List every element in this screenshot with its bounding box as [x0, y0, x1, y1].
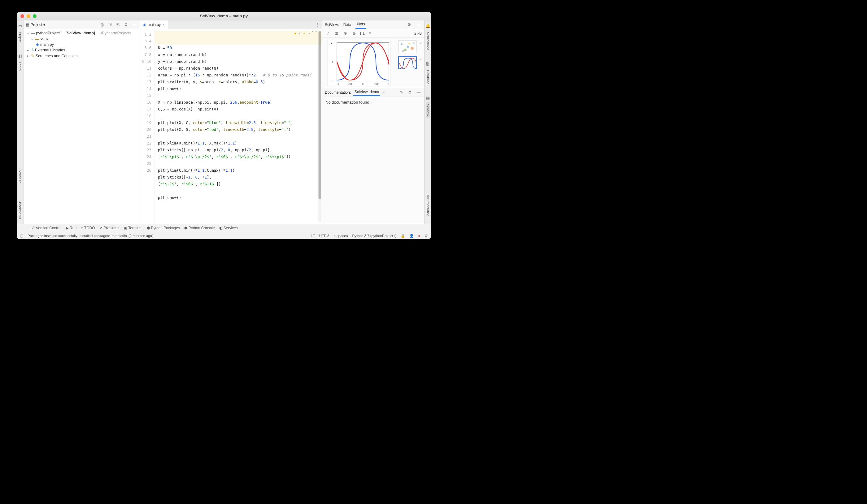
close-icon[interactable]: ×	[162, 23, 165, 27]
strip-documentation[interactable]: Documentation	[426, 192, 430, 218]
tree-ext-libs[interactable]: ▸ ╙ External Libraries	[25, 47, 138, 53]
zoom-in-icon[interactable]: ⊕	[342, 30, 348, 36]
svg-text:0: 0	[362, 83, 364, 85]
chevron-down-icon[interactable]: ˅	[315, 31, 317, 35]
edit-icon[interactable]: ✎	[398, 89, 404, 96]
inspector-icon[interactable]: 👤	[409, 233, 414, 238]
project-pane-title[interactable]: ▦ Project ▾	[26, 23, 45, 27]
chevron-right-icon: ▸	[30, 37, 34, 41]
code-content[interactable]: import numpy as np import matplotlib.pyp…	[155, 29, 322, 224]
tw-problems[interactable]: ⊘ Problems	[99, 226, 119, 230]
hide-icon[interactable]: —	[416, 89, 422, 96]
weak-warning-icon: ▲	[302, 31, 306, 35]
documentation-title: Documentation:	[325, 90, 351, 95]
svg-text:-π: -π	[337, 83, 339, 85]
svg-point-10	[401, 43, 403, 45]
right-tool-strip: 🔔 Notifications 🗄 Database ▦ SciView Doc…	[424, 20, 431, 224]
lock-icon[interactable]: 🔒	[401, 233, 405, 238]
svg-point-14	[414, 42, 415, 44]
tree-scratches[interactable]: ▸ ✎ Scratches and Consoles	[25, 53, 138, 59]
close-icon[interactable]: ×	[383, 90, 385, 95]
collapse-icon[interactable]: ⇱	[115, 22, 121, 28]
plot-thumb-lines[interactable]	[398, 56, 417, 69]
close-icon[interactable]: ×	[419, 57, 422, 62]
tw-todo[interactable]: ≡ TODO	[81, 226, 95, 230]
chevron-up-icon[interactable]: ˄	[311, 31, 313, 35]
sciview-header: SciView: Data Plots ⚙ —	[322, 20, 424, 29]
gear-icon[interactable]: ⚙	[425, 233, 428, 238]
hide-icon[interactable]: —	[131, 22, 137, 28]
sciview-pane: SciView: Data Plots ⚙ — ⤢ ▦ ⊕ ⊖ 1:1 ✎ 2 …	[322, 20, 424, 224]
status-bar: ▢ Packages installed successfully: Insta…	[17, 232, 431, 239]
tab-overflow-icon[interactable]: ⋮	[313, 20, 322, 29]
python-file-icon: ◆	[143, 23, 146, 27]
plot-thumb-scatter[interactable]	[398, 40, 417, 53]
left-tool-strip: ▭ Project ◧ Learn Structure Bookmarks	[17, 20, 23, 224]
hide-icon[interactable]: —	[416, 22, 422, 28]
tw-python-packages[interactable]: ⬢ Python Packages	[147, 226, 180, 230]
strip-learn[interactable]: Learn	[18, 60, 22, 73]
svg-point-16	[407, 46, 409, 48]
scrollbar[interactable]	[318, 31, 321, 222]
zoom-ratio: 1:1	[360, 31, 365, 35]
tree-file-main[interactable]: ◆ main.py	[25, 42, 138, 47]
gutter: 1 2 3 4 5 6 7 8 9 10 11 12 13 14 15 16 1…	[140, 29, 155, 224]
project-tree: ▾ ▬ pythonProject1 [SciView_demo] ~/Pych…	[23, 29, 140, 60]
plot-thumbnails: × ×	[396, 38, 424, 72]
svg-text:-1: -1	[331, 79, 334, 82]
bell-icon: 🔔	[426, 23, 430, 28]
plot-main[interactable]: +1 0 -1 -π -π/2 0 +π/2 +π	[327, 40, 391, 86]
chevron-down-icon: ▾	[26, 32, 30, 35]
strip-notifications[interactable]: Notifications	[426, 30, 430, 52]
code-editor[interactable]: 1 2 3 4 5 6 7 8 9 10 11 12 13 14 15 16 1…	[140, 29, 322, 224]
strip-sciview[interactable]: SciView	[426, 102, 430, 118]
fit-icon[interactable]: ⤢	[325, 30, 331, 36]
svg-point-15	[402, 50, 404, 52]
tool-window-toggle-icon[interactable]: ▢	[20, 233, 23, 238]
tw-run[interactable]: ▶ Run	[66, 226, 76, 230]
tw-terminal[interactable]: ▣ Terminal	[124, 226, 142, 230]
learn-icon: ◧	[18, 54, 22, 58]
strip-project[interactable]: Project	[18, 30, 22, 44]
svg-point-11	[404, 48, 407, 51]
tab-data[interactable]: Data	[342, 21, 352, 29]
target-icon[interactable]: ◎	[99, 22, 105, 28]
doc-tab[interactable]: SciView_demo	[353, 88, 380, 96]
status-encoding[interactable]: UTF-8	[319, 234, 330, 238]
folder-icon: ▬	[35, 36, 39, 41]
close-icon[interactable]: ×	[419, 41, 422, 45]
status-interpreter[interactable]: Python 3.7 (pythonProject1)	[352, 234, 396, 238]
tw-version-control[interactable]: ⎇ Version Control	[30, 226, 61, 230]
svg-text:-π/2: -π/2	[348, 83, 352, 85]
editor-tabs: ◆ main.py × ⋮	[140, 20, 322, 29]
error-icon[interactable]: ●	[418, 234, 420, 238]
svg-text:0: 0	[332, 61, 333, 63]
gear-icon[interactable]: ⚙	[406, 22, 413, 28]
status-indent[interactable]: 4 spaces	[333, 234, 348, 238]
tab-main-py[interactable]: ◆ main.py ×	[140, 20, 168, 29]
strip-structure[interactable]: Structure	[18, 168, 22, 185]
documentation-pane: Documentation: SciView_demo × ✎ ⚙ — No d…	[322, 88, 424, 224]
tab-plots[interactable]: Plots	[355, 20, 366, 29]
plot-size: 2 kB	[414, 31, 422, 35]
gear-icon[interactable]: ⚙	[123, 22, 129, 28]
tw-services[interactable]: ◐ Services	[219, 226, 238, 230]
expand-icon[interactable]: ⇲	[107, 22, 113, 28]
zoom-out-icon[interactable]: ⊖	[351, 30, 357, 36]
strip-database[interactable]: Database	[426, 68, 430, 86]
tw-python-console[interactable]: ⬢ Python Console	[184, 226, 215, 230]
svg-text:+π/2: +π/2	[374, 83, 379, 85]
svg-point-12	[409, 43, 410, 45]
gear-icon[interactable]: ⚙	[407, 89, 413, 96]
inspection-widget[interactable]: ▲2 ▲5 ˄ ˅	[293, 31, 317, 35]
svg-point-13	[410, 47, 414, 50]
edit-icon[interactable]: ✎	[367, 30, 373, 36]
project-pane-header: ▦ Project ▾ ◎ ⇲ ⇱ ⚙ —	[23, 20, 140, 29]
sciview-toolbar: ⤢ ▦ ⊕ ⊖ 1:1 ✎ 2 kB	[322, 29, 424, 38]
tree-venv[interactable]: ▸ ▬ venv	[25, 36, 138, 42]
sciview-icon: ▦	[426, 96, 430, 100]
status-line-sep[interactable]: LF	[311, 234, 314, 238]
strip-bookmarks[interactable]: Bookmarks	[18, 200, 22, 221]
tree-root[interactable]: ▾ ▬ pythonProject1 [SciView_demo] ~/Pych…	[25, 30, 138, 36]
grid-icon[interactable]: ▦	[333, 30, 340, 36]
